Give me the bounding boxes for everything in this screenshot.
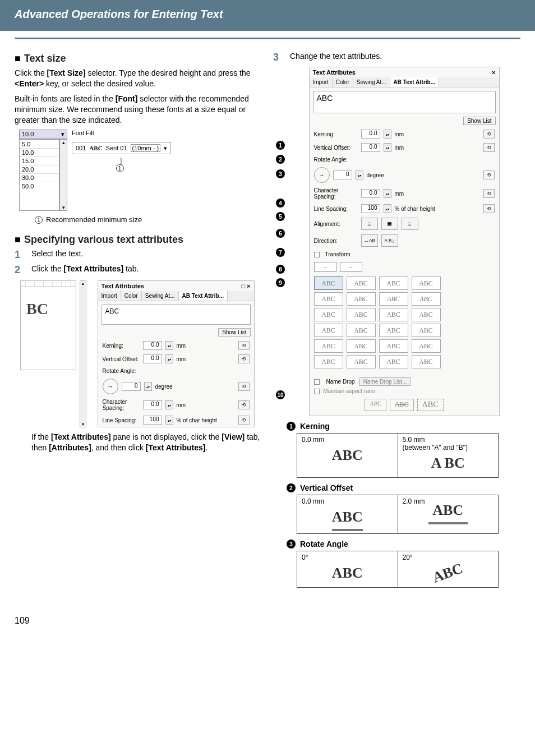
page-header: Advanced Operations for Entering Text	[0, 0, 535, 31]
transform-cell[interactable]: ABC	[347, 276, 376, 290]
linespacing-label: Line Spacing:	[314, 206, 358, 212]
transform-cell[interactable]: ABC	[314, 324, 343, 337]
align-right-button[interactable]: ≡	[402, 218, 418, 230]
charspacing-input[interactable]: 0.0	[361, 189, 380, 198]
aspect-checkbox[interactable]	[314, 389, 320, 394]
rotate-input[interactable]: 0	[333, 170, 352, 179]
cmp-rotate-table: 0° ABC 20° ABC	[297, 551, 499, 588]
callout-8: 8	[276, 265, 285, 274]
callout-7: 7	[276, 248, 285, 257]
name-drop-label: Name Drop	[326, 379, 355, 385]
rotate-label: Rotate Angle:	[314, 156, 358, 163]
section-text-attributes: Specifying various text attributes	[15, 234, 262, 246]
transform-cell[interactable]: ABC	[379, 324, 408, 337]
transform-cell[interactable]: ABC	[347, 292, 376, 306]
step-2-text: Click the [Text Attributes] tab.	[31, 264, 262, 273]
chevron-down-icon: ▾	[61, 131, 64, 138]
size-dropdown-current[interactable]: 10.0▾	[19, 130, 67, 139]
preview-text[interactable]: ABC	[313, 91, 496, 113]
tab-color[interactable]: Color	[333, 77, 353, 87]
kerning-input[interactable]: 0.0	[361, 130, 380, 139]
transform-checkbox[interactable]	[314, 252, 320, 257]
align-left-button[interactable]: ≡	[361, 218, 378, 230]
transform-cell[interactable]: ABC	[379, 292, 408, 306]
transform-cell[interactable]: ABC	[347, 308, 376, 321]
arc-up-button[interactable]: ⌢	[314, 262, 336, 272]
name-drop-checkbox[interactable]	[314, 379, 320, 385]
text-attributes-panel: Text Attributes × Import Color Sewing At…	[309, 67, 500, 416]
callout-10: 10	[276, 390, 285, 399]
transform-cell[interactable]: ABC	[314, 355, 343, 368]
close-icon[interactable]: ×	[492, 69, 495, 76]
transform-cell[interactable]: ABC	[314, 308, 343, 321]
transform-grid: ABC ABC ABC ABC ABC ABC ABC ABC ABC ABC	[310, 274, 499, 375]
tab-import[interactable]: Import	[310, 77, 333, 87]
transform-cell[interactable]: ABC	[412, 355, 441, 368]
transform-cell[interactable]: ABC	[379, 339, 408, 353]
font-filter-label: Font Filt	[72, 130, 171, 136]
direction-horizontal-button[interactable]: →AB	[361, 234, 378, 247]
kerning-stepper[interactable]: ▴▾	[384, 130, 391, 139]
step-3-text: Change the text attributes.	[290, 52, 520, 61]
arc-down-button[interactable]: ⌣	[340, 262, 362, 272]
callout-6: 6	[276, 229, 285, 238]
voffset-input[interactable]: 0.0	[361, 143, 380, 152]
cmp-voffset-table: 0.0 mm ABC 2.0 mm ABC	[297, 495, 499, 534]
charspacing-reset[interactable]: ⟲	[483, 189, 495, 198]
cmp-kerning-title: Kerning	[300, 422, 330, 431]
transform-cell[interactable]: ABC	[412, 276, 441, 290]
charspacing-stepper[interactable]: ▴▾	[384, 189, 391, 198]
charspacing-label: Character Spacing:	[314, 187, 358, 200]
transform-cell[interactable]: ABC	[314, 276, 343, 290]
transform-cell[interactable]: ABC	[379, 355, 408, 368]
align-center-button[interactable]: ≣	[381, 218, 398, 230]
callout-rotate-icon: 3	[287, 540, 296, 548]
voffset-label: Vertical Offset:	[314, 145, 358, 151]
cmp-voffset-title: Vertical Offset	[300, 483, 353, 492]
section-text-size: Text size	[15, 53, 262, 64]
transform-cell[interactable]: ABC	[347, 355, 376, 368]
scrollbar[interactable]: ▴▾	[59, 139, 67, 211]
cmp-kerning-table: 0.0 mm ABC 5.0 mm (between "A" and "B") …	[297, 433, 499, 478]
transform-cell[interactable]: ABC	[412, 292, 441, 306]
text-size-p1: Click the [Text Size] selector. Type the…	[15, 68, 262, 89]
callout-voffset-icon: 2	[287, 483, 296, 492]
rotate-stepper[interactable]: ▴▾	[356, 170, 363, 179]
transform-cell[interactable]: ABC	[314, 292, 343, 306]
transform-cell[interactable]: ABC	[314, 339, 343, 353]
rotate-dial[interactable]: →	[314, 167, 330, 183]
voffset-stepper[interactable]: ▴▾	[384, 143, 391, 152]
tab-text-attrib[interactable]: AB Text Attrib...	[390, 77, 439, 87]
font-chip[interactable]: 001 ABC Serif 01 (10mm - ) ▾	[72, 142, 171, 154]
transform-cell[interactable]: ABC	[347, 339, 376, 353]
kerning-reset[interactable]: ⟲	[483, 130, 495, 139]
step-1-number: 1	[15, 249, 24, 261]
size-chip-large[interactable]: ABC	[417, 399, 444, 411]
direction-vertical-button[interactable]: A B↓	[381, 234, 398, 247]
circled-1-icon: 1	[35, 216, 43, 224]
transform-cell[interactable]: ABC	[412, 308, 441, 321]
step-3-number: 3	[273, 52, 282, 63]
voffset-reset[interactable]: ⟲	[483, 143, 495, 152]
size-dropdown-list[interactable]: 5.0 10.0 15.0 20.0 30.0 50.0	[20, 140, 59, 190]
rotate-reset[interactable]: ⟲	[483, 170, 495, 179]
transform-cell[interactable]: ABC	[412, 324, 441, 337]
name-drop-list-button[interactable]: Name Drop List...	[359, 377, 411, 386]
linespacing-stepper[interactable]: ▴▾	[384, 204, 391, 213]
transform-cell[interactable]: ABC	[379, 308, 408, 321]
linespacing-input[interactable]: 100	[361, 204, 380, 213]
transform-cell[interactable]: ABC	[347, 324, 376, 337]
tab-sewing-at[interactable]: Sewing At...	[353, 77, 390, 87]
show-list-button[interactable]: Show List	[463, 117, 495, 125]
step-2-number: 2	[15, 264, 24, 276]
help-text-attributes: If the [Text Attributes] pane is not dis…	[31, 432, 262, 453]
linespacing-reset[interactable]: ⟲	[483, 204, 495, 213]
size-chip-mid[interactable]: ABC	[390, 399, 414, 411]
callout-kerning-icon: 1	[287, 422, 296, 431]
note-min-size: 1Recommended minimum size	[35, 215, 262, 224]
size-chip-small[interactable]: ABC	[365, 399, 386, 411]
callout-1: 1	[276, 141, 285, 150]
transform-cell[interactable]: ABC	[412, 339, 441, 353]
size-dropdown-figure: 10.0▾ 5.0 10.0 15.0 20.0 30.0 50.0 ▴▾	[19, 130, 262, 211]
transform-cell[interactable]: ABC	[379, 276, 408, 290]
